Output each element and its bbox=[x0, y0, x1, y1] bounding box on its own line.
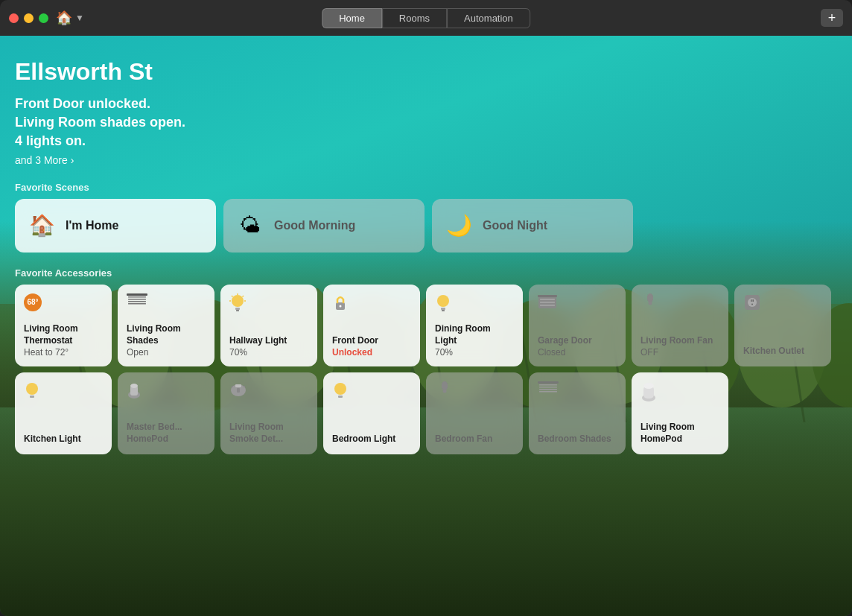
shades-text: Living Room Shades Open bbox=[127, 323, 206, 357]
kitchen-light-text: Kitchen Light bbox=[24, 434, 103, 445]
home-title: Ellsworth St bbox=[15, 58, 837, 86]
living-fan-name: Living Room Fan bbox=[640, 335, 719, 347]
card-living-room-homepod[interactable]: Living Room HomePod bbox=[632, 372, 728, 454]
card-kitchen-light[interactable]: Kitchen Light bbox=[15, 372, 112, 454]
svg-rect-72 bbox=[539, 387, 557, 388]
card-bedroom-shades[interactable]: Bedroom Shades bbox=[529, 372, 626, 454]
maximize-button[interactable] bbox=[39, 13, 48, 23]
shades-status: Open bbox=[127, 347, 206, 358]
bedroom-shades-name: Bedroom Shades bbox=[538, 434, 617, 445]
front-door-lock-icon bbox=[332, 293, 411, 316]
more-link[interactable]: and 3 More › bbox=[15, 154, 74, 166]
kitchen-light-icon bbox=[24, 381, 103, 404]
close-button[interactable] bbox=[9, 13, 19, 23]
card-living-room-thermostat[interactable]: 68° Living Room Thermostat Heat to 72° bbox=[15, 285, 112, 366]
svg-point-77 bbox=[643, 383, 654, 389]
status-line-1: Front Door unlocked. bbox=[15, 95, 837, 113]
svg-rect-54 bbox=[30, 396, 34, 398]
svg-point-53 bbox=[26, 383, 38, 395]
hallway-light-icon bbox=[229, 293, 308, 316]
scene-im-home[interactable]: 🏠 I'm Home bbox=[15, 199, 216, 253]
home-status: Front Door unlocked. Living Room shades … bbox=[15, 95, 837, 151]
thermostat-status: Heat to 72° bbox=[24, 347, 103, 358]
im-home-label: I'm Home bbox=[66, 219, 118, 232]
svg-rect-22 bbox=[128, 299, 146, 300]
scene-good-night[interactable]: 🌙 Good Night bbox=[432, 199, 633, 253]
card-living-room-smoke[interactable]: Living Room Smoke Det... bbox=[220, 372, 317, 454]
front-door-status: Unlocked bbox=[332, 347, 411, 358]
tab-rooms[interactable]: Rooms bbox=[382, 8, 447, 28]
status-line-3: 4 lights on. bbox=[15, 132, 837, 150]
living-homepod-text: Living Room HomePod bbox=[640, 422, 719, 445]
bedroom-fan-icon bbox=[435, 381, 514, 404]
front-door-name: Front Door bbox=[332, 335, 411, 347]
main-window: 🏠 ▼ Home Rooms Automation + bbox=[0, 0, 852, 616]
card-master-bed-homepod[interactable]: Master Bed... HomePod bbox=[118, 372, 214, 454]
bedroom-fan-name: Bedroom Fan bbox=[435, 434, 514, 445]
living-homepod-icon bbox=[640, 381, 719, 405]
scene-good-morning[interactable]: 🌤 Good Morning bbox=[223, 199, 425, 253]
svg-rect-51 bbox=[753, 299, 754, 302]
svg-line-29 bbox=[232, 296, 233, 297]
homepod-small-icon bbox=[127, 381, 206, 402]
dining-light-status: 70% bbox=[435, 347, 514, 358]
smoke-text: Living Room Smoke Det... bbox=[229, 422, 308, 445]
garage-name: Garage Door bbox=[538, 335, 617, 347]
garage-icon bbox=[538, 293, 617, 313]
minimize-button[interactable] bbox=[24, 13, 34, 23]
tab-automation[interactable]: Automation bbox=[447, 8, 530, 28]
master-homepod-text: Master Bed... HomePod bbox=[127, 422, 206, 445]
card-garage-door[interactable]: Garage Door Closed bbox=[529, 285, 626, 366]
tab-home[interactable]: Home bbox=[322, 8, 382, 28]
dining-light-text: Dining Room Light 70% bbox=[435, 323, 514, 357]
hero-area: Ellsworth St Front Door unlocked. Living… bbox=[0, 36, 852, 616]
bedroom-light-name: Bedroom Light bbox=[332, 434, 411, 445]
garage-status: Closed bbox=[538, 347, 617, 358]
card-bedroom-fan[interactable]: Bedroom Fan bbox=[426, 372, 523, 454]
fan-icon bbox=[640, 293, 719, 316]
outlet-icon bbox=[743, 293, 822, 314]
card-dining-room-light[interactable]: Dining Room Light 70% bbox=[426, 285, 523, 366]
hallway-light-status: 70% bbox=[229, 347, 308, 358]
card-hallway-light[interactable]: Hallway Light 70% bbox=[220, 285, 317, 366]
smoke-name: Living Room Smoke Det... bbox=[229, 422, 308, 445]
svg-rect-59 bbox=[235, 384, 241, 387]
add-button[interactable]: + bbox=[821, 9, 843, 27]
garage-text: Garage Door Closed bbox=[538, 335, 617, 358]
card-front-door[interactable]: Front Door Unlocked bbox=[323, 285, 420, 366]
traffic-lights bbox=[9, 13, 48, 23]
living-fan-status: OFF bbox=[640, 347, 719, 358]
svg-rect-42 bbox=[538, 295, 557, 297]
home-icon: 🏠 bbox=[56, 10, 72, 26]
good-night-icon: 🌙 bbox=[445, 213, 472, 238]
svg-rect-24 bbox=[128, 303, 146, 305]
card-living-room-fan[interactable]: Living Room Fan OFF bbox=[632, 285, 728, 366]
card-kitchen-outlet[interactable]: Kitchen Outlet bbox=[734, 285, 831, 366]
home-icon-area: 🏠 ▼ bbox=[56, 10, 84, 26]
svg-rect-36 bbox=[441, 308, 445, 310]
svg-rect-64 bbox=[338, 396, 343, 398]
outlet-name: Kitchen Outlet bbox=[743, 346, 822, 358]
living-fan-text: Living Room Fan OFF bbox=[640, 335, 719, 358]
shades-name: Living Room Shades bbox=[127, 323, 206, 346]
svg-rect-37 bbox=[442, 310, 445, 311]
titlebar-right: + bbox=[821, 9, 843, 27]
svg-rect-40 bbox=[540, 302, 555, 303]
svg-rect-21 bbox=[128, 296, 146, 298]
dining-light-icon bbox=[435, 293, 514, 316]
card-bedroom-light[interactable]: Bedroom Light bbox=[323, 372, 420, 454]
card-living-room-shades[interactable]: Living Room Shades Open bbox=[118, 285, 214, 366]
svg-point-47 bbox=[647, 293, 653, 302]
svg-rect-41 bbox=[540, 305, 555, 306]
accessories-section-label: Favorite Accessories bbox=[15, 267, 837, 279]
accessories-row1: 68° Living Room Thermostat Heat to 72° bbox=[15, 285, 837, 366]
good-morning-icon: 🌤 bbox=[237, 213, 264, 238]
im-home-icon: 🏠 bbox=[28, 213, 55, 238]
hero-content: Ellsworth St Front Door unlocked. Living… bbox=[0, 36, 852, 469]
scenes-grid: 🏠 I'm Home 🌤 Good Morning 🌙 Good Night bbox=[15, 199, 837, 253]
good-morning-label: Good Morning bbox=[274, 219, 355, 232]
home-chevron-icon: ▼ bbox=[75, 13, 84, 23]
svg-point-34 bbox=[340, 305, 342, 307]
svg-rect-20 bbox=[127, 293, 147, 296]
svg-point-52 bbox=[751, 303, 753, 305]
